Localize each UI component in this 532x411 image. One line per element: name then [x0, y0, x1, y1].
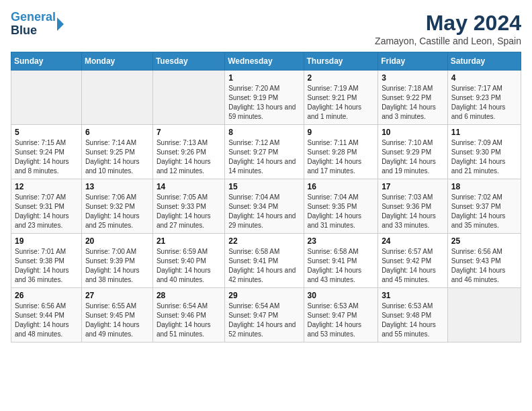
calendar-cell: 6Sunrise: 7:14 AMSunset: 9:25 PMDaylight… [81, 125, 152, 179]
calendar-cell: 13Sunrise: 7:06 AMSunset: 9:32 PMDayligh… [81, 179, 152, 234]
calendar-cell [447, 288, 521, 342]
day-info: Sunrise: 7:05 AMSunset: 9:33 PMDaylight:… [157, 193, 221, 230]
calendar-cell: 29Sunrise: 6:54 AMSunset: 9:47 PMDayligh… [225, 288, 304, 342]
day-number: 9 [308, 128, 375, 137]
day-info: Sunrise: 6:59 AMSunset: 9:40 PMDaylight:… [157, 247, 221, 285]
logo-text: GeneralBlue [11, 11, 56, 38]
day-info: Sunrise: 7:19 AMSunset: 9:21 PMDaylight:… [308, 84, 375, 122]
calendar-cell: 5Sunrise: 7:15 AMSunset: 9:24 PMDaylight… [11, 125, 82, 179]
day-number: 3 [382, 73, 444, 83]
calendar-cell: 1Sunrise: 7:20 AMSunset: 9:19 PMDaylight… [225, 71, 304, 125]
calendar-cell [152, 71, 224, 125]
day-info: Sunrise: 7:20 AMSunset: 9:19 PMDaylight:… [228, 84, 300, 122]
title-block: May 2024 Zamayon, Castille and Leon, Spa… [375, 11, 521, 46]
day-info: Sunrise: 6:57 AMSunset: 9:42 PMDaylight:… [382, 247, 444, 285]
day-info: Sunrise: 6:58 AMSunset: 9:41 PMDaylight:… [228, 247, 300, 285]
col-header-saturday: Saturday [447, 52, 521, 71]
calendar-cell: 17Sunrise: 7:03 AMSunset: 9:36 PMDayligh… [378, 179, 448, 234]
calendar-cell: 2Sunrise: 7:19 AMSunset: 9:21 PMDaylight… [304, 71, 378, 125]
day-info: Sunrise: 6:54 AMSunset: 9:46 PMDaylight:… [157, 302, 221, 339]
calendar-cell: 16Sunrise: 7:04 AMSunset: 9:35 PMDayligh… [304, 179, 378, 234]
col-header-friday: Friday [378, 52, 448, 71]
calendar-cell: 24Sunrise: 6:57 AMSunset: 9:42 PMDayligh… [378, 234, 448, 288]
day-number: 2 [308, 73, 375, 83]
calendar-week-row: 1Sunrise: 7:20 AMSunset: 9:19 PMDaylight… [11, 71, 521, 125]
day-info: Sunrise: 7:10 AMSunset: 9:29 PMDaylight:… [382, 138, 444, 176]
day-number: 22 [228, 236, 300, 246]
logo: GeneralBlue [11, 11, 64, 38]
day-number: 19 [15, 236, 78, 246]
day-number: 1 [228, 73, 300, 83]
calendar-cell: 28Sunrise: 6:54 AMSunset: 9:46 PMDayligh… [152, 288, 224, 342]
calendar-subtitle: Zamayon, Castille and Leon, Spain [375, 36, 521, 46]
day-info: Sunrise: 7:15 AMSunset: 9:24 PMDaylight:… [15, 138, 78, 176]
calendar-cell: 14Sunrise: 7:05 AMSunset: 9:33 PMDayligh… [152, 179, 224, 234]
day-info: Sunrise: 7:04 AMSunset: 9:35 PMDaylight:… [308, 193, 375, 230]
day-number: 21 [157, 236, 221, 246]
day-number: 18 [451, 182, 517, 191]
calendar-cell: 19Sunrise: 7:01 AMSunset: 9:38 PMDayligh… [11, 234, 82, 288]
day-info: Sunrise: 7:00 AMSunset: 9:39 PMDaylight:… [85, 247, 149, 285]
day-info: Sunrise: 7:04 AMSunset: 9:34 PMDaylight:… [228, 193, 300, 230]
day-number: 8 [228, 128, 300, 137]
day-number: 4 [451, 73, 517, 83]
col-header-sunday: Sunday [11, 52, 82, 71]
col-header-monday: Monday [81, 52, 152, 71]
day-info: Sunrise: 6:53 AMSunset: 9:48 PMDaylight:… [382, 302, 444, 339]
calendar-cell [81, 71, 152, 125]
col-header-wednesday: Wednesday [225, 52, 304, 71]
day-info: Sunrise: 7:03 AMSunset: 9:36 PMDaylight:… [382, 193, 444, 230]
day-number: 10 [382, 128, 444, 137]
calendar-cell: 8Sunrise: 7:12 AMSunset: 9:27 PMDaylight… [225, 125, 304, 179]
day-number: 20 [85, 236, 149, 246]
calendar-header-row: SundayMondayTuesdayWednesdayThursdayFrid… [11, 52, 521, 71]
calendar-cell: 15Sunrise: 7:04 AMSunset: 9:34 PMDayligh… [225, 179, 304, 234]
col-header-thursday: Thursday [304, 52, 378, 71]
calendar-cell: 23Sunrise: 6:58 AMSunset: 9:41 PMDayligh… [304, 234, 378, 288]
calendar-table: SundayMondayTuesdayWednesdayThursdayFrid… [11, 52, 521, 342]
day-info: Sunrise: 7:13 AMSunset: 9:26 PMDaylight:… [157, 138, 221, 176]
calendar-cell: 21Sunrise: 6:59 AMSunset: 9:40 PMDayligh… [152, 234, 224, 288]
day-info: Sunrise: 7:09 AMSunset: 9:30 PMDaylight:… [451, 138, 517, 176]
day-info: Sunrise: 7:06 AMSunset: 9:32 PMDaylight:… [85, 193, 149, 230]
page-header: GeneralBlue May 2024 Zamayon, Castille a… [11, 11, 521, 46]
calendar-week-row: 12Sunrise: 7:07 AMSunset: 9:31 PMDayligh… [11, 179, 521, 234]
day-number: 12 [15, 182, 78, 191]
calendar-cell: 9Sunrise: 7:11 AMSunset: 9:28 PMDaylight… [304, 125, 378, 179]
calendar-cell: 20Sunrise: 7:00 AMSunset: 9:39 PMDayligh… [81, 234, 152, 288]
calendar-cell: 27Sunrise: 6:55 AMSunset: 9:45 PMDayligh… [81, 288, 152, 342]
day-number: 23 [308, 236, 375, 246]
day-number: 17 [382, 182, 444, 191]
day-info: Sunrise: 6:56 AMSunset: 9:43 PMDaylight:… [451, 247, 517, 285]
day-number: 5 [15, 128, 78, 137]
day-info: Sunrise: 7:14 AMSunset: 9:25 PMDaylight:… [85, 138, 149, 176]
calendar-cell: 11Sunrise: 7:09 AMSunset: 9:30 PMDayligh… [447, 125, 521, 179]
calendar-cell: 22Sunrise: 6:58 AMSunset: 9:41 PMDayligh… [225, 234, 304, 288]
calendar-cell [11, 71, 82, 125]
day-info: Sunrise: 7:01 AMSunset: 9:38 PMDaylight:… [15, 247, 78, 285]
day-info: Sunrise: 6:56 AMSunset: 9:44 PMDaylight:… [15, 302, 78, 339]
calendar-cell: 18Sunrise: 7:02 AMSunset: 9:37 PMDayligh… [447, 179, 521, 234]
day-info: Sunrise: 6:58 AMSunset: 9:41 PMDaylight:… [308, 247, 375, 285]
calendar-cell: 12Sunrise: 7:07 AMSunset: 9:31 PMDayligh… [11, 179, 82, 234]
day-info: Sunrise: 6:55 AMSunset: 9:45 PMDaylight:… [85, 302, 149, 339]
day-number: 16 [308, 182, 375, 191]
day-number: 6 [85, 128, 149, 137]
day-info: Sunrise: 7:12 AMSunset: 9:27 PMDaylight:… [228, 138, 300, 176]
calendar-cell: 4Sunrise: 7:17 AMSunset: 9:23 PMDaylight… [447, 71, 521, 125]
day-number: 15 [228, 182, 300, 191]
calendar-cell: 31Sunrise: 6:53 AMSunset: 9:48 PMDayligh… [378, 288, 448, 342]
day-number: 25 [451, 236, 517, 246]
calendar-cell: 3Sunrise: 7:18 AMSunset: 9:22 PMDaylight… [378, 71, 448, 125]
day-info: Sunrise: 7:07 AMSunset: 9:31 PMDaylight:… [15, 193, 78, 230]
day-number: 26 [15, 291, 78, 300]
day-info: Sunrise: 7:11 AMSunset: 9:28 PMDaylight:… [308, 138, 375, 176]
day-number: 27 [85, 291, 149, 300]
calendar-week-row: 19Sunrise: 7:01 AMSunset: 9:38 PMDayligh… [11, 234, 521, 288]
day-info: Sunrise: 7:18 AMSunset: 9:22 PMDaylight:… [382, 84, 444, 122]
day-number: 13 [85, 182, 149, 191]
day-number: 11 [451, 128, 517, 137]
day-info: Sunrise: 6:53 AMSunset: 9:47 PMDaylight:… [308, 302, 375, 339]
calendar-cell: 26Sunrise: 6:56 AMSunset: 9:44 PMDayligh… [11, 288, 82, 342]
calendar-cell: 7Sunrise: 7:13 AMSunset: 9:26 PMDaylight… [152, 125, 224, 179]
